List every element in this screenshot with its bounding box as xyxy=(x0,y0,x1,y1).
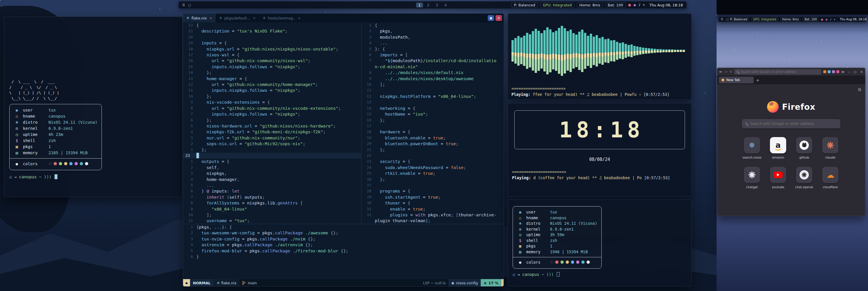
url-input[interactable] xyxy=(741,70,819,74)
fetch-info-box: ◉usertux⌂hnamecanopus❄distroNixOS 24.11 … xyxy=(513,206,602,269)
menu-button[interactable]: ≡ xyxy=(841,70,844,74)
shell-prompt[interactable]: ⌂→canopus~))) xyxy=(9,174,177,179)
fetch-label: memory xyxy=(526,249,547,255)
nix-file-icon: ❄ xyxy=(219,16,222,20)
status-chip: P: Balanced xyxy=(728,18,749,21)
shortcut-github[interactable]: github xyxy=(796,137,812,159)
shortcut-cloudflare[interactable]: ☁cloudflare xyxy=(822,167,838,189)
editor-tab-flake-nix[interactable]: ❄flake.nix× xyxy=(183,13,216,22)
viz-bar xyxy=(544,30,546,71)
tray-icon[interactable]: ● xyxy=(628,3,631,7)
terminal-visualizer-window[interactable]: ======================> Playing: ffee fo… xyxy=(508,13,692,100)
terminal-clock-window[interactable]: 18:18 08/08/24 ======================> P… xyxy=(508,103,692,197)
shortcut-label: amazon xyxy=(772,156,784,159)
close-button[interactable]: × xyxy=(860,70,863,74)
back-button[interactable]: ← xyxy=(719,70,722,74)
tray-icon[interactable]: ◆ xyxy=(826,18,828,21)
personalize-gear-icon[interactable]: ⚙ xyxy=(858,87,862,92)
forward-button[interactable]: → xyxy=(724,70,727,74)
shortcut-youtube[interactable]: youtube xyxy=(770,167,786,189)
editor-pane-pkgs[interactable]: 1{pkgs, ...}: {2 tux-awesome-wm-config =… xyxy=(183,224,504,279)
workspace-tag-1[interactable]: 1 xyxy=(416,3,423,7)
uptime-icon: ◷ xyxy=(13,132,20,138)
tray-icon[interactable]: ♪ xyxy=(639,3,641,7)
minimize-button[interactable]: – xyxy=(848,70,850,74)
palette-dot xyxy=(555,261,558,264)
palette-icon: ● xyxy=(517,260,523,265)
code-line: 1{ xyxy=(362,22,504,28)
viz-bar xyxy=(537,31,540,71)
shortcut-chat-openai[interactable]: chat.openai xyxy=(795,167,813,189)
workspace-tag-4[interactable]: 4 xyxy=(442,3,449,7)
editor-pane-flake[interactable]: 22{21 description = "tux's NixOS Flake";… xyxy=(183,22,361,224)
palette-dot xyxy=(49,162,52,165)
shortcut-claude[interactable]: claude xyxy=(822,137,838,159)
launcher-icon[interactable]: ○ xyxy=(188,3,191,7)
shortcut-search-nixos[interactable]: ❄search.nixos xyxy=(742,137,762,159)
tray-icon[interactable]: ▾ xyxy=(643,3,645,7)
terminal-fetch-window-2[interactable]: ◉usertux⌂hnamecanopus❄distroNixOS 24.11 … xyxy=(508,200,692,287)
code-line: plugin thunar-volman]; xyxy=(362,218,504,224)
kernel-icon: ⚙ xyxy=(13,125,20,132)
shortcut-amazon[interactable]: aamazon xyxy=(770,137,786,159)
fetch-row: ⚙kernel6.9.8-zen1 xyxy=(13,125,97,132)
code-line: 11 username = "tux"; xyxy=(183,218,361,224)
tab-close-icon[interactable]: × xyxy=(298,16,301,20)
tab-new-tab[interactable]: New Tab xyxy=(719,77,754,83)
fetch-row: $shellzsh xyxy=(13,138,97,144)
workspace-tag-2[interactable]: 2 xyxy=(425,3,432,7)
tray-icon[interactable]: ▾ xyxy=(834,18,835,21)
reload-button[interactable]: ↻ xyxy=(729,70,732,74)
fetch-label: kernel xyxy=(23,125,45,132)
code-line: 10 ]; xyxy=(183,212,361,218)
status-chip: P: Balanced xyxy=(511,2,538,8)
neovim-window[interactable]: ❄flake.nix×❄pkgs/default...×❄hosts/isoIm… xyxy=(183,13,504,287)
nix-file-icon: ❄ xyxy=(187,16,189,20)
viz-bar xyxy=(566,31,569,70)
fetch-label: uptime xyxy=(526,232,547,238)
tab-close-icon[interactable]: × xyxy=(253,16,256,20)
code-line: 2 self, xyxy=(183,165,361,171)
viz-bar xyxy=(659,49,662,53)
code-line: 12 nixpkgs.hostPlatform = "x86_64-linux"… xyxy=(362,93,504,99)
firefox-window[interactable]: ← → ↻ ≡ – ▢ × New Tab + ⚙ Firefox ❄searc… xyxy=(717,68,865,216)
code-line: 3 nur.url = "github:nix-community/nur"; xyxy=(183,135,361,141)
now-playing: Playing: d (coffee for your head) ** ♫ b… xyxy=(512,175,687,180)
fetch-value: 1 xyxy=(550,243,552,249)
launcher-icon[interactable]: ○ xyxy=(726,18,728,21)
url-bar[interactable] xyxy=(734,69,821,75)
workspace-tag-3[interactable]: 3 xyxy=(433,3,440,7)
fetch-row: $shellzsh xyxy=(517,238,597,244)
extension-icon[interactable] xyxy=(828,70,831,73)
extension-icon[interactable] xyxy=(832,70,835,73)
pkgs-icon: ▣ xyxy=(517,243,523,249)
viz-bar xyxy=(596,35,598,66)
terminal-fetch-window[interactable]: / \ ___ \ / ___ / / _ \ \/ / _ \ \ | (_)… xyxy=(4,17,183,197)
chatgpt-tile-icon xyxy=(744,167,760,183)
fetch-label: shell xyxy=(23,138,45,144)
viz-bar xyxy=(656,49,659,53)
newtab-search-bar[interactable] xyxy=(742,119,840,128)
new-tab-button[interactable]: + xyxy=(756,78,760,83)
editor-tab-hosts-isoImag-[interactable]: ❄hosts/isoImag..× xyxy=(259,13,304,22)
shortcut-chatgpt[interactable]: chatgpt xyxy=(744,167,760,189)
extension-icon[interactable] xyxy=(836,70,839,73)
editor-tab-pkgs-default-[interactable]: ❄pkgs/default...× xyxy=(216,13,259,22)
extension-icon[interactable] xyxy=(823,70,826,73)
fetch-row: ▣pkgs1 xyxy=(13,144,97,150)
tray-icon[interactable]: ● xyxy=(821,18,823,21)
window-pick-button[interactable]: ◉ xyxy=(488,15,494,21)
apps-grid-icon[interactable]: ⠿ xyxy=(721,18,723,21)
tray-icon[interactable]: ◆ xyxy=(633,3,636,7)
viz-bar xyxy=(636,47,639,55)
newtab-search-input[interactable] xyxy=(750,122,837,126)
tray-icon[interactable]: ♪ xyxy=(830,18,832,21)
editor-pane-iso[interactable]: 1{2 pkgs,3 modulesPath,4 ...5}: {6 impor… xyxy=(362,22,504,224)
shell-prompt[interactable]: ⌂→canopus~))) xyxy=(513,272,687,277)
tab-close-icon[interactable]: × xyxy=(210,16,212,20)
maximize-button[interactable]: ▢ xyxy=(854,70,857,74)
apps-grid-icon[interactable]: ⠿ xyxy=(182,3,185,7)
window-close-button[interactable]: × xyxy=(496,15,502,21)
viz-bar xyxy=(549,29,552,72)
viz-bar xyxy=(558,28,560,74)
